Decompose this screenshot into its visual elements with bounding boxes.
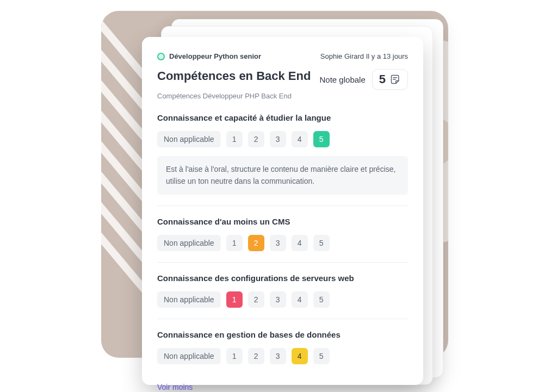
relative-time: Il y a 13 jours (366, 52, 408, 60)
author-meta: Sophie Girard Il y a 13 jours (320, 52, 408, 60)
rating-na[interactable]: Non applicable (157, 235, 221, 251)
rating-na[interactable]: Non applicable (157, 131, 221, 147)
rating-5[interactable]: 5 (313, 348, 330, 364)
rating-row: Non applicable12345 (157, 131, 408, 147)
rating-4[interactable]: 4 (292, 235, 308, 251)
rating-row: Non applicable12345 (157, 235, 408, 251)
global-score-label: Note globale (320, 75, 366, 84)
rating-1[interactable]: 1 (226, 291, 243, 308)
criterion-title: Connaissance des configurations de serve… (157, 273, 408, 283)
rating-1[interactable]: 1 (226, 131, 243, 147)
criterion-title: Connaissance en gestion de bases de donn… (157, 330, 408, 339)
criterion-section: Connaissance des configurations de serve… (157, 273, 408, 319)
rating-1[interactable]: 1 (226, 348, 243, 364)
section-subtitle: Compétences Développeur PHP Back End (157, 92, 408, 100)
rating-4[interactable]: 4 (292, 131, 308, 147)
scorecard: Développeur Python senior Sophie Girard … (142, 37, 423, 385)
rating-2[interactable]: 2 (248, 131, 264, 147)
criterion-note: Est à l'aise à l'oral, structure le cont… (157, 156, 408, 195)
rating-row: Non applicable12345 (157, 291, 408, 308)
rating-row: Non applicable12345 (157, 348, 408, 364)
criterion-section: Connaissance et capacité à étudier la la… (157, 113, 408, 206)
global-score-value: 5 (379, 72, 386, 86)
status-indicator-icon (157, 53, 165, 60)
rating-na[interactable]: Non applicable (157, 291, 221, 308)
criterion-title: Connaissance d'au moins un CMS (157, 217, 408, 226)
rating-3[interactable]: 3 (270, 348, 286, 364)
note-icon (390, 74, 401, 85)
rating-4[interactable]: 4 (292, 348, 308, 364)
criterion-section: Connaissance d'au moins un CMSNon applic… (157, 217, 408, 263)
see-less-link[interactable]: Voir moins (157, 383, 193, 391)
rating-4[interactable]: 4 (292, 291, 308, 308)
rating-2[interactable]: 2 (248, 291, 264, 308)
author-name: Sophie Girard (320, 52, 364, 60)
rating-2[interactable]: 2 (248, 348, 264, 364)
rating-3[interactable]: 3 (270, 291, 286, 308)
rating-5[interactable]: 5 (313, 131, 330, 147)
job-title: Développeur Python senior (169, 52, 261, 60)
rating-3[interactable]: 3 (270, 235, 286, 251)
section-title: Compétences en Back End (157, 69, 311, 83)
rating-5[interactable]: 5 (313, 235, 330, 251)
criterion-title: Connaissance et capacité à étudier la la… (157, 113, 408, 122)
rating-2[interactable]: 2 (248, 235, 264, 251)
rating-5[interactable]: 5 (313, 291, 330, 308)
rating-3[interactable]: 3 (270, 131, 286, 147)
rating-na[interactable]: Non applicable (157, 348, 221, 364)
global-score-box[interactable]: 5 (372, 69, 408, 90)
criterion-section: Connaissance en gestion de bases de donn… (157, 330, 408, 375)
rating-1[interactable]: 1 (226, 235, 243, 251)
